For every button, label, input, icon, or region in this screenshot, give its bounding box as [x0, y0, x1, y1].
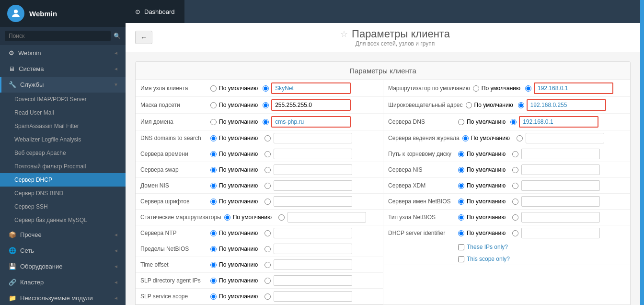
slp-agent-input[interactable] — [274, 275, 352, 286]
page-title: Параметры клиента — [352, 28, 450, 40]
field-netbios-limits: Пределы NetBIOS По умолчанию — [136, 241, 383, 257]
domain-default-radio[interactable]: По умолчанию — [210, 118, 258, 125]
field-netbios-name: Сервера имен NetBIOS По умолчанию — [383, 194, 630, 210]
chevron-icon: ▼ — [114, 82, 118, 87]
subnet-default-radio-input[interactable] — [210, 102, 217, 108]
page-header: ← ☆ Параметры клиента Для всех сетей, уз… — [126, 23, 640, 52]
webmin-icon: ⚙ — [9, 49, 14, 57]
other-icon: 📦 — [9, 231, 16, 238]
log-server-label: Сервера ведения журнала — [388, 135, 460, 141]
dns-search-label: DNS domains to search — [140, 135, 207, 141]
subnet-default-radio[interactable]: По умолчанию — [210, 102, 258, 108]
sidebar-item-other[interactable]: 📦 Прочее ◄ — [0, 227, 126, 243]
this-scope-checkbox[interactable] — [458, 256, 464, 262]
sidebar-item-dhcp[interactable]: Сервер DHCP — [0, 173, 126, 187]
subnet-label: Маска подсети — [140, 102, 207, 108]
sidebar-item-spamassassin[interactable]: SpamAssassin Mail Filter — [0, 119, 126, 133]
sidebar-item-services[interactable]: 🔧 Службы ▼ — [0, 77, 126, 93]
sidebar-item-network[interactable]: 🌐 Сеть ◄ — [0, 243, 126, 258]
router-input[interactable] — [534, 82, 613, 94]
sidebar-header: Webmin — [0, 0, 126, 27]
hostname-default-radio-input[interactable] — [210, 85, 217, 92]
sidebar-item-dovecot[interactable]: Dovecot IMAP/POP3 Server — [0, 93, 126, 106]
sidebar-item-cluster[interactable]: 🔗 Кластер ◄ — [0, 274, 126, 290]
page-title-section: ☆ Параметры клиента Для всех сетей, узло… — [319, 28, 472, 47]
dns-search-radio[interactable] — [210, 135, 217, 141]
field-ntp: Сервера NTP По умолчанию — [136, 225, 383, 241]
netbios-limits-label: Пределы NetBIOS — [140, 246, 207, 252]
field-nis-domain: Домен NIS По умолчанию — [136, 178, 383, 194]
hostname-value-radio-input[interactable] — [263, 85, 269, 92]
content-area: Параметры клиента Имя узла клиента По ум… — [126, 52, 640, 305]
dns-search-default-radio[interactable]: По умолчанию — [210, 135, 258, 141]
nis-server-input[interactable] — [521, 164, 600, 175]
search-icon: 🔍 — [114, 33, 121, 39]
chevron-icon: ◄ — [114, 232, 118, 237]
system-icon: 🖥 — [9, 65, 15, 72]
cluster-icon: 🔗 — [9, 279, 16, 286]
back-button[interactable]: ← — [135, 31, 152, 44]
chevron-icon: ◄ — [114, 50, 118, 56]
tab-dashboard[interactable]: ⊙ Dashboard — [126, 0, 185, 23]
field-time-offset: Time offset По умолчанию — [136, 257, 383, 273]
root-path-input[interactable] — [521, 149, 600, 159]
hostname-default-radio[interactable]: По умолчанию — [210, 85, 258, 92]
sidebar-item-mysql[interactable]: Сервер баз данных MySQL — [0, 213, 126, 227]
ntp-input[interactable] — [274, 228, 352, 238]
dhcp-id-input[interactable] — [521, 228, 600, 238]
broadcast-input[interactable] — [527, 99, 606, 111]
dns-search-input[interactable] — [274, 133, 352, 143]
unused-icon: 📁 — [9, 294, 16, 302]
sidebar-search[interactable]: 🔍 — [0, 27, 126, 45]
field-nis-server: Сервера NIS По умолчанию — [383, 162, 630, 178]
netbios-type-input[interactable] — [521, 212, 600, 223]
sidebar-item-hardware[interactable]: 💾 Оборудование ◄ — [0, 258, 126, 274]
xdm-input[interactable] — [521, 180, 600, 191]
domain-value-radio-input[interactable] — [263, 119, 269, 125]
slp-scope-input[interactable] — [274, 291, 352, 302]
sidebar-item-readmail[interactable]: Read User Mail — [0, 106, 126, 119]
sidebar-title: Webmin — [29, 10, 57, 18]
nis-domain-input[interactable] — [274, 180, 352, 191]
time-server-input[interactable] — [274, 149, 352, 159]
netbios-name-input[interactable] — [521, 196, 600, 207]
time-server-label: Сервера времени — [140, 151, 207, 157]
field-broadcast: Широковещательный адрес По умолчанию — [383, 97, 630, 114]
sidebar-item-procmail[interactable]: Почтовый фильтр Procmail — [0, 160, 126, 173]
search-input[interactable] — [5, 31, 111, 41]
font-input[interactable] — [274, 196, 352, 207]
field-slp-agent: SLP directory agent IPs По умолчанию — [136, 273, 383, 289]
netbios-name-label: Сервера имен NetBIOS — [388, 198, 455, 205]
sidebar-item-apache[interactable]: Веб сервер Apache — [0, 146, 126, 160]
domain-default-radio-input[interactable] — [210, 119, 217, 125]
font-server-label: Сервера шрифтов — [140, 198, 207, 205]
field-domain: Имя домена По умолчанию — [136, 114, 383, 130]
sidebar-item-dns-bind[interactable]: Сервер DNS BIND — [0, 187, 126, 200]
chevron-icon: ◄ — [114, 264, 118, 269]
hostname-input[interactable] — [271, 82, 351, 94]
static-routes-input[interactable] — [288, 212, 366, 223]
these-ips-checkbox[interactable] — [458, 244, 464, 250]
subnet-value-radio-input[interactable] — [263, 102, 269, 108]
swap-input[interactable] — [274, 164, 352, 175]
sidebar-item-webalizer[interactable]: Webalizer Logfile Analysis — [0, 133, 126, 146]
star-icon[interactable]: ☆ — [340, 29, 348, 39]
svg-point-0 — [14, 10, 18, 13]
field-xdm: Сервера XDM По умолчанию — [383, 178, 630, 194]
domain-input[interactable] — [271, 116, 351, 128]
card-header: Параметры клиента — [136, 62, 630, 80]
chevron-icon: ◄ — [114, 280, 118, 285]
sidebar-item-ssh[interactable]: Сервер SSH — [0, 200, 126, 213]
sidebar-item-system[interactable]: 🖥 Система ◄ — [0, 61, 126, 77]
subnet-input[interactable] — [271, 99, 351, 111]
static-routes-label: Статические маршрутизаторы — [140, 214, 221, 221]
log-server-input[interactable] — [526, 133, 604, 143]
dns-server-input[interactable] — [519, 116, 598, 128]
netbios-limits-input[interactable] — [274, 244, 352, 254]
sidebar-item-unused[interactable]: 📁 Неиспользуемые модули ◄ — [0, 290, 126, 305]
sidebar-item-webmin[interactable]: ⚙ Webmin ◄ — [0, 45, 126, 61]
time-offset-input[interactable] — [274, 259, 352, 270]
right-fields: Маршрутизатор по умолчанию По умолчанию … — [383, 80, 630, 305]
field-dns-server: Сервера DNS По умолчанию — [383, 114, 630, 130]
main-content: ⊙ Dashboard ← ☆ Параметры клиента Для вс… — [126, 0, 640, 305]
